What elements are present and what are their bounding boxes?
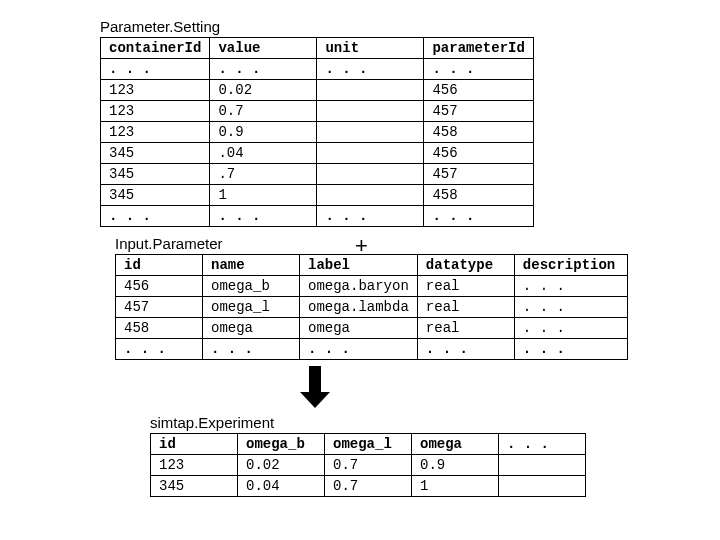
col-header: parameterId [424, 38, 533, 59]
table-row: 1230.020.70.9 [151, 455, 586, 476]
title-input-parameter: Input.Parameter [115, 235, 700, 252]
arrow-down-icon [300, 366, 330, 406]
table-header-row: id name label datatype description [116, 255, 628, 276]
col-header: . . . [499, 434, 586, 455]
table-experiment: id omega_b omega_l omega . . . 1230.020.… [150, 433, 586, 497]
ellipsis-row: . . . . . . . . . . . . [101, 59, 534, 80]
table-row: 458omegaomegareal. . . [116, 318, 628, 339]
col-header: id [116, 255, 203, 276]
col-header: id [151, 434, 238, 455]
col-header: unit [317, 38, 424, 59]
table-row: 457omega_lomega.lambdareal. . . [116, 297, 628, 318]
plus-icon: + [355, 233, 368, 259]
col-header: containerId [101, 38, 210, 59]
col-header: datatype [417, 255, 514, 276]
col-header: omega_b [238, 434, 325, 455]
table-row: 3450.040.71 [151, 476, 586, 497]
col-header: omega [412, 434, 499, 455]
ellipsis-row: . . . . . . . . . . . . [101, 206, 534, 227]
table-input-parameter: id name label datatype description 456om… [115, 254, 628, 360]
col-header: description [514, 255, 627, 276]
table-header-row: containerId value unit parameterId [101, 38, 534, 59]
ellipsis-row: . . . . . . . . . . . . . . . [116, 339, 628, 360]
table-row: 345.04456 [101, 143, 534, 164]
table-parameter-setting: containerId value unit parameterId . . .… [100, 37, 534, 227]
table-row: 1230.7457 [101, 101, 534, 122]
col-header: name [203, 255, 300, 276]
table-row: 1230.02456 [101, 80, 534, 101]
table-row: 3451458 [101, 185, 534, 206]
table-row: 1230.9458 [101, 122, 534, 143]
title-experiment: simtap.Experiment [150, 414, 700, 431]
table-header-row: id omega_b omega_l omega . . . [151, 434, 586, 455]
col-header: value [210, 38, 317, 59]
col-header: omega_l [325, 434, 412, 455]
table-row: 345.7457 [101, 164, 534, 185]
table-row: 456omega_bomega.baryonreal. . . [116, 276, 628, 297]
title-parameter-setting: Parameter.Setting [100, 18, 700, 35]
